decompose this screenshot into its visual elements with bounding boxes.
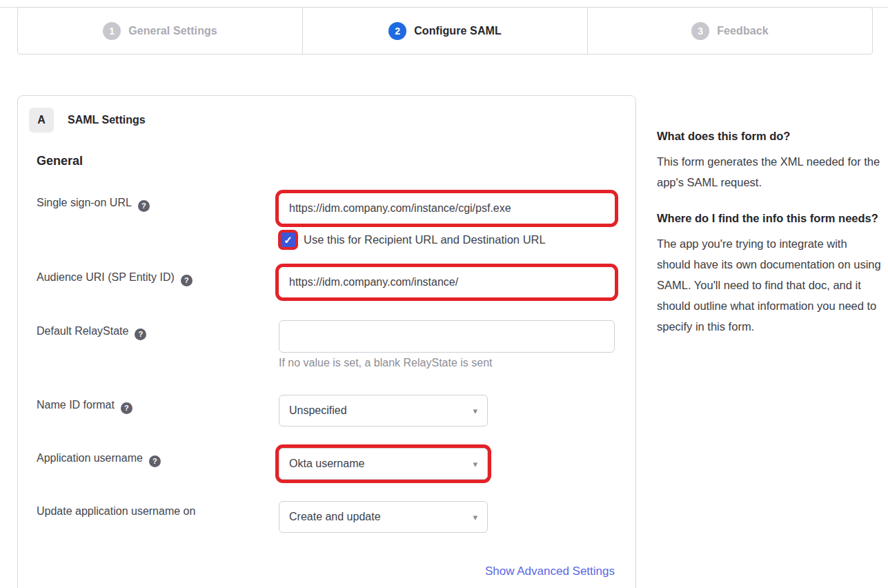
help-icon[interactable]: ?: [181, 275, 193, 286]
wizard-step-configure-saml[interactable]: 2 Configure SAML: [302, 8, 587, 54]
help-icon[interactable]: ?: [149, 455, 161, 467]
chevron-down-icon: ▾: [473, 406, 477, 416]
wizard-step-feedback[interactable]: 3 Feedback: [587, 8, 872, 54]
name-id-format-select[interactable]: Unspecified ▾: [279, 395, 488, 427]
chevron-down-icon: ▾: [473, 512, 477, 522]
show-advanced-settings-link[interactable]: Show Advanced Settings: [485, 565, 615, 578]
relay-state-hint: If no value is set, a blank RelayState i…: [279, 357, 493, 369]
sidebar-section-title: Where do I find the info this form needs…: [657, 210, 882, 226]
step-label: Feedback: [717, 25, 769, 37]
step-label: General Settings: [128, 25, 217, 37]
audience-uri-input[interactable]: [279, 267, 615, 297]
wizard-steps: 1 General Settings 2 Configure SAML 3 Fe…: [17, 7, 873, 55]
step-number-badge: 1: [103, 22, 121, 40]
sidebar-section-body: This form generates the XML needed for t…: [657, 151, 882, 193]
help-icon[interactable]: ?: [138, 200, 150, 212]
sidebar-section-title: What does this form do?: [657, 128, 882, 144]
recipient-url-checkbox-label: Use this for Recipient URL and Destinati…: [304, 233, 546, 246]
relay-state-label: Default RelayState?: [37, 325, 146, 340]
update-username-select[interactable]: Create and update ▾: [279, 501, 488, 533]
recipient-url-checkbox[interactable]: ✓: [281, 233, 295, 247]
app-username-select[interactable]: Okta username ▾: [279, 448, 488, 480]
sidebar-section-body: The app you're trying to integrate with …: [657, 233, 882, 337]
section-title: SAML Settings: [68, 108, 146, 133]
step-label: Configure SAML: [414, 25, 502, 37]
chevron-down-icon: ▾: [473, 459, 477, 469]
update-username-label: Update application username on: [37, 505, 195, 518]
name-id-format-label: Name ID format?: [37, 399, 132, 414]
saml-settings-panel: A SAML Settings General Single sign-on U…: [17, 95, 636, 588]
app-username-label: Application username?: [37, 452, 161, 467]
audience-uri-label: Audience URI (SP Entity ID)?: [37, 271, 193, 286]
page: 1 General Settings 2 Configure SAML 3 Fe…: [0, 0, 888, 588]
step-number-badge: 2: [388, 22, 406, 40]
sso-url-input[interactable]: [279, 193, 615, 224]
wizard-step-general-settings[interactable]: 1 General Settings: [18, 8, 302, 54]
step-number-badge: 3: [691, 22, 709, 40]
section-badge: A: [29, 108, 54, 133]
relay-state-input[interactable]: [279, 320, 615, 353]
help-sidebar: What does this form do? This form genera…: [657, 128, 882, 355]
sso-url-label: Single sign-on URL?: [37, 197, 150, 212]
checkmark-icon: ✓: [284, 235, 293, 245]
help-icon[interactable]: ?: [135, 329, 146, 340]
group-title: General: [37, 154, 83, 168]
help-icon[interactable]: ?: [121, 402, 132, 414]
